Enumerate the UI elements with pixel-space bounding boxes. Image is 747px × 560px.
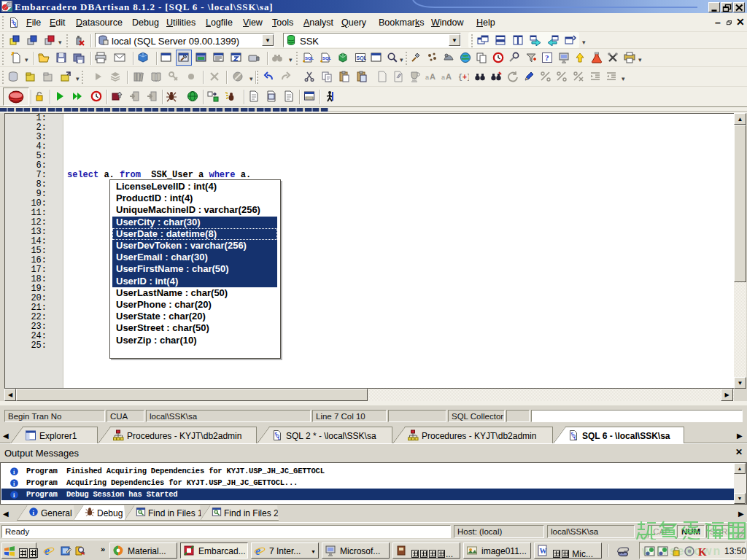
svg-text:?: ? (545, 53, 549, 62)
svg-text:{+}: {+} (458, 74, 469, 82)
svg-text:W: W (540, 547, 547, 555)
svg-text:A: A (446, 72, 452, 81)
svg-text:SQL: SQL (305, 56, 314, 61)
svg-text:SQL: SQL (357, 55, 367, 61)
svg-text:A: A (430, 72, 436, 81)
svg-text:e: e (255, 545, 260, 556)
svg-text:e: e (44, 545, 50, 556)
svg-text:a: a (425, 74, 429, 81)
svg-text:i: i (32, 509, 34, 516)
svg-text:SQL: SQL (322, 56, 331, 61)
svg-text:a: a (441, 74, 445, 81)
